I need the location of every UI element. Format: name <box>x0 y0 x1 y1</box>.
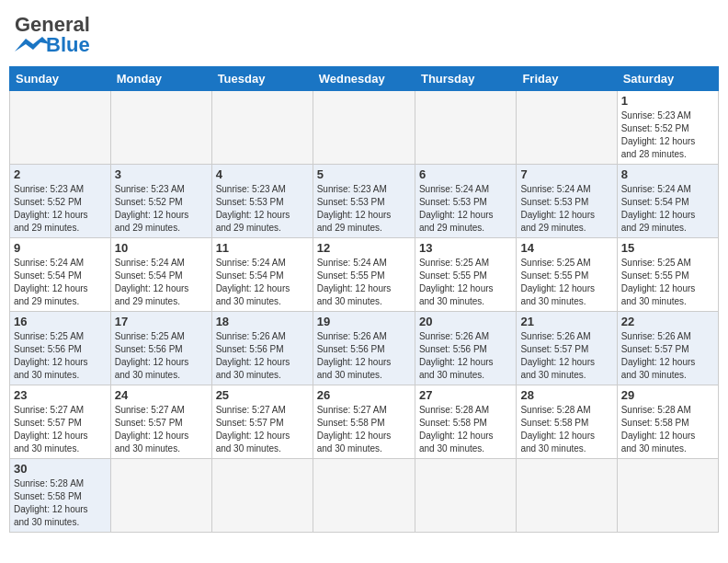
day-info: Sunrise: 5:24 AMSunset: 5:54 PMDaylight:… <box>621 183 714 235</box>
calendar-cell: 9Sunrise: 5:24 AMSunset: 5:54 PMDaylight… <box>10 238 111 312</box>
calendar-cell: 1Sunrise: 5:23 AMSunset: 5:52 PMDaylight… <box>617 91 718 165</box>
weekday-header-wednesday: Wednesday <box>313 67 415 91</box>
day-number: 11 <box>216 241 309 255</box>
calendar-cell: 18Sunrise: 5:26 AMSunset: 5:56 PMDayligh… <box>211 312 313 385</box>
weekday-header-monday: Monday <box>110 67 211 91</box>
day-number: 13 <box>419 241 512 255</box>
day-number: 28 <box>520 388 612 402</box>
day-info: Sunrise: 5:23 AMSunset: 5:52 PMDaylight:… <box>621 109 714 161</box>
day-number: 22 <box>621 315 714 328</box>
week-row-6: 30Sunrise: 5:28 AMSunset: 5:58 PMDayligh… <box>10 459 719 533</box>
day-info: Sunrise: 5:28 AMSunset: 5:58 PMDaylight:… <box>14 477 107 529</box>
day-info: Sunrise: 5:27 AMSunset: 5:58 PMDaylight:… <box>317 404 411 455</box>
day-info: Sunrise: 5:24 AMSunset: 5:55 PMDaylight:… <box>317 257 411 308</box>
calendar-cell: 25Sunrise: 5:27 AMSunset: 5:57 PMDayligh… <box>211 385 313 459</box>
logo-bird-icon <box>15 35 50 55</box>
logo-blue-text: Blue <box>46 33 90 57</box>
calendar-table: SundayMondayTuesdayWednesdayThursdayFrid… <box>9 66 719 533</box>
day-info: Sunrise: 5:23 AMSunset: 5:53 PMDaylight:… <box>216 183 309 235</box>
day-info: Sunrise: 5:26 AMSunset: 5:57 PMDaylight:… <box>520 330 612 382</box>
calendar-cell: 28Sunrise: 5:28 AMSunset: 5:58 PMDayligh… <box>517 385 617 459</box>
calendar-cell: 5Sunrise: 5:23 AMSunset: 5:53 PMDaylight… <box>313 165 415 238</box>
calendar-cell <box>110 459 211 533</box>
calendar-cell: 14Sunrise: 5:25 AMSunset: 5:55 PMDayligh… <box>517 238 617 312</box>
day-number: 2 <box>14 167 107 181</box>
calendar-cell: 8Sunrise: 5:24 AMSunset: 5:54 PMDaylight… <box>617 165 718 238</box>
day-info: Sunrise: 5:26 AMSunset: 5:56 PMDaylight:… <box>419 330 512 382</box>
day-number: 5 <box>317 167 411 181</box>
calendar-cell: 27Sunrise: 5:28 AMSunset: 5:58 PMDayligh… <box>415 385 516 459</box>
calendar-cell: 20Sunrise: 5:26 AMSunset: 5:56 PMDayligh… <box>415 312 516 385</box>
calendar-cell: 19Sunrise: 5:26 AMSunset: 5:56 PMDayligh… <box>313 312 415 385</box>
calendar-cell <box>517 91 617 165</box>
weekday-header-sunday: Sunday <box>10 67 111 91</box>
weekday-header-thursday: Thursday <box>415 67 516 91</box>
calendar-cell: 12Sunrise: 5:24 AMSunset: 5:55 PMDayligh… <box>313 238 415 312</box>
weekday-header-tuesday: Tuesday <box>211 67 313 91</box>
day-number: 15 <box>621 241 714 255</box>
calendar-cell: 22Sunrise: 5:26 AMSunset: 5:57 PMDayligh… <box>617 312 718 385</box>
calendar-cell: 10Sunrise: 5:24 AMSunset: 5:54 PMDayligh… <box>110 238 211 312</box>
calendar-cell <box>415 459 516 533</box>
calendar-cell <box>517 459 617 533</box>
calendar-cell: 6Sunrise: 5:24 AMSunset: 5:53 PMDaylight… <box>415 165 516 238</box>
day-number: 9 <box>14 241 107 255</box>
day-number: 20 <box>419 315 512 328</box>
calendar-cell <box>211 459 313 533</box>
day-info: Sunrise: 5:24 AMSunset: 5:54 PMDaylight:… <box>14 257 107 308</box>
calendar-cell <box>211 91 313 165</box>
day-number: 4 <box>216 167 309 181</box>
day-info: Sunrise: 5:27 AMSunset: 5:57 PMDaylight:… <box>216 404 309 455</box>
calendar-cell: 24Sunrise: 5:27 AMSunset: 5:57 PMDayligh… <box>110 385 211 459</box>
day-number: 30 <box>14 462 107 476</box>
day-info: Sunrise: 5:26 AMSunset: 5:56 PMDaylight:… <box>216 330 309 382</box>
header: General Blue <box>9 9 719 61</box>
calendar-cell: 13Sunrise: 5:25 AMSunset: 5:55 PMDayligh… <box>415 238 516 312</box>
logo: General Blue <box>15 13 90 57</box>
day-info: Sunrise: 5:25 AMSunset: 5:56 PMDaylight:… <box>14 330 107 382</box>
calendar-cell <box>415 91 516 165</box>
day-number: 12 <box>317 241 411 255</box>
calendar-cell: 15Sunrise: 5:25 AMSunset: 5:55 PMDayligh… <box>617 238 718 312</box>
calendar-cell: 11Sunrise: 5:24 AMSunset: 5:54 PMDayligh… <box>211 238 313 312</box>
calendar-cell: 4Sunrise: 5:23 AMSunset: 5:53 PMDaylight… <box>211 165 313 238</box>
calendar-cell <box>617 459 718 533</box>
calendar-cell: 30Sunrise: 5:28 AMSunset: 5:58 PMDayligh… <box>10 459 111 533</box>
calendar-cell: 21Sunrise: 5:26 AMSunset: 5:57 PMDayligh… <box>517 312 617 385</box>
day-number: 18 <box>216 315 309 328</box>
day-info: Sunrise: 5:27 AMSunset: 5:57 PMDaylight:… <box>14 404 107 455</box>
day-number: 25 <box>216 388 309 402</box>
day-number: 23 <box>14 388 107 402</box>
day-info: Sunrise: 5:25 AMSunset: 5:55 PMDaylight:… <box>419 257 512 308</box>
weekday-header-saturday: Saturday <box>617 67 718 91</box>
day-number: 21 <box>520 315 612 328</box>
calendar-cell <box>313 91 415 165</box>
day-number: 3 <box>115 167 208 181</box>
calendar-cell: 29Sunrise: 5:28 AMSunset: 5:58 PMDayligh… <box>617 385 718 459</box>
calendar-cell <box>10 91 111 165</box>
day-number: 8 <box>621 167 714 181</box>
day-info: Sunrise: 5:24 AMSunset: 5:54 PMDaylight:… <box>216 257 309 308</box>
day-number: 24 <box>115 388 208 402</box>
day-info: Sunrise: 5:24 AMSunset: 5:53 PMDaylight:… <box>520 183 612 235</box>
calendar-cell <box>313 459 415 533</box>
day-info: Sunrise: 5:26 AMSunset: 5:57 PMDaylight:… <box>621 330 714 382</box>
day-info: Sunrise: 5:28 AMSunset: 5:58 PMDaylight:… <box>621 404 714 455</box>
calendar-cell: 23Sunrise: 5:27 AMSunset: 5:57 PMDayligh… <box>10 385 111 459</box>
day-number: 7 <box>520 167 612 181</box>
day-info: Sunrise: 5:24 AMSunset: 5:53 PMDaylight:… <box>419 183 512 235</box>
calendar-cell: 26Sunrise: 5:27 AMSunset: 5:58 PMDayligh… <box>313 385 415 459</box>
calendar-cell: 16Sunrise: 5:25 AMSunset: 5:56 PMDayligh… <box>10 312 111 385</box>
weekday-header-row: SundayMondayTuesdayWednesdayThursdayFrid… <box>10 67 719 91</box>
day-info: Sunrise: 5:23 AMSunset: 5:52 PMDaylight:… <box>115 183 208 235</box>
week-row-2: 2Sunrise: 5:23 AMSunset: 5:52 PMDaylight… <box>10 165 719 238</box>
weekday-header-friday: Friday <box>517 67 617 91</box>
calendar-cell: 7Sunrise: 5:24 AMSunset: 5:53 PMDaylight… <box>517 165 617 238</box>
day-number: 29 <box>621 388 714 402</box>
day-info: Sunrise: 5:25 AMSunset: 5:55 PMDaylight:… <box>520 257 612 308</box>
day-number: 17 <box>115 315 208 328</box>
day-info: Sunrise: 5:24 AMSunset: 5:54 PMDaylight:… <box>115 257 208 308</box>
day-info: Sunrise: 5:23 AMSunset: 5:53 PMDaylight:… <box>317 183 411 235</box>
svg-marker-0 <box>15 37 50 52</box>
day-number: 16 <box>14 315 107 328</box>
